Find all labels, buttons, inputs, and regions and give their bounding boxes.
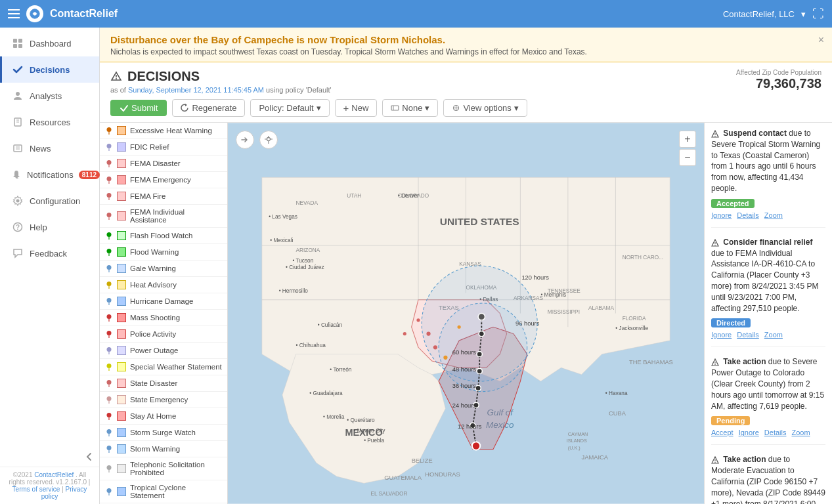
decision-link-zoom[interactable]: Zoom bbox=[791, 429, 810, 436]
event-type-item[interactable]: FEMA Individual Assistance bbox=[100, 205, 227, 228]
event-type-item[interactable]: Stay At Home bbox=[100, 408, 227, 425]
svg-text:BELIZE: BELIZE bbox=[412, 457, 433, 464]
event-type-label: State Emergency bbox=[130, 396, 188, 404]
hamburger-menu[interactable] bbox=[8, 9, 20, 18]
svg-point-145 bbox=[479, 331, 484, 336]
event-pin-icon bbox=[105, 297, 113, 305]
zoom-in-button[interactable]: + bbox=[679, 131, 696, 148]
banner-close-button[interactable]: × bbox=[818, 34, 824, 46]
event-type-label: FEMA Disaster bbox=[130, 159, 181, 167]
sidebar-item-feedback[interactable]: Feedback bbox=[0, 240, 99, 266]
event-type-item[interactable]: FEMA Disaster bbox=[100, 156, 227, 172]
main-content: Disturbance over the Bay of Campeche is … bbox=[100, 28, 832, 504]
sidebar-item-dashboard[interactable]: Dashboard bbox=[0, 30, 99, 56]
decision-link-ignore[interactable]: Ignore bbox=[711, 211, 732, 219]
event-pin-icon bbox=[105, 379, 113, 387]
event-type-item[interactable]: Flood Warning bbox=[100, 244, 227, 261]
event-type-item[interactable]: Mass Shooting bbox=[100, 310, 227, 326]
svg-point-155 bbox=[458, 326, 461, 329]
event-type-item[interactable]: Police Activity bbox=[100, 326, 227, 343]
newspaper-icon bbox=[11, 142, 24, 155]
decision-link-details[interactable]: Details bbox=[737, 331, 759, 339]
svg-text:?: ? bbox=[16, 224, 20, 231]
map-area[interactable]: Gulf of Mexico UNITED STATES MEXICO NEVA… bbox=[228, 123, 704, 504]
decision-link-accept[interactable]: Accept bbox=[711, 429, 733, 436]
sidebar-item-notifications[interactable]: Notifications 8112 bbox=[0, 161, 99, 188]
book-icon bbox=[11, 116, 24, 129]
event-type-label: State Disaster bbox=[130, 379, 177, 387]
company-dropdown[interactable]: ▾ bbox=[801, 9, 806, 19]
event-type-label: Tropical Cyclone Statement bbox=[130, 484, 222, 499]
event-color-swatch bbox=[117, 411, 126, 421]
decision-link-details[interactable]: Details bbox=[737, 211, 759, 219]
decision-link-ignore[interactable]: Ignore bbox=[711, 331, 732, 339]
event-type-item[interactable]: Special Weather Statement bbox=[100, 359, 227, 375]
affected-population-label: Affected Zip Code Population bbox=[736, 69, 821, 76]
svg-point-157 bbox=[403, 332, 406, 335]
event-type-item[interactable]: Gale Warning bbox=[100, 261, 227, 277]
decisions-title: DECISIONS bbox=[110, 69, 332, 84]
header-right: ContactRelief, LLC ▾ ⛶ bbox=[723, 7, 824, 21]
sidebar-item-configuration[interactable]: Configuration bbox=[0, 188, 99, 214]
decision-actions: AcceptIgnoreDetailsZoom bbox=[711, 429, 825, 436]
sidebar-item-analysts[interactable]: Analysts bbox=[0, 83, 99, 109]
svg-point-28 bbox=[107, 160, 112, 165]
event-type-item[interactable]: State Disaster bbox=[100, 375, 227, 392]
decision-link-zoom[interactable]: Zoom bbox=[764, 331, 783, 339]
event-type-item[interactable]: State Emergency bbox=[100, 392, 227, 408]
sidebar-label-dashboard: Dashboard bbox=[30, 39, 72, 49]
svg-point-1 bbox=[33, 12, 37, 16]
event-type-label: Hurricane Damage bbox=[130, 297, 194, 305]
expand-icon[interactable]: ⛶ bbox=[812, 7, 824, 21]
event-type-label: Telephonic Solicitation Prohibited bbox=[130, 461, 222, 476]
share-icon[interactable] bbox=[236, 131, 254, 149]
company-link[interactable]: ContactRelief bbox=[34, 471, 74, 478]
event-type-item[interactable]: Hurricane Damage bbox=[100, 293, 227, 310]
svg-point-44 bbox=[107, 298, 112, 303]
sidebar-item-decisions[interactable]: Decisions bbox=[0, 56, 99, 83]
svg-rect-3 bbox=[18, 39, 22, 43]
event-pin-icon bbox=[105, 232, 113, 240]
event-type-item[interactable]: FEMA Fire bbox=[100, 188, 227, 205]
event-type-item[interactable]: Telephonic Solicitation Prohibited bbox=[100, 457, 227, 480]
event-type-item[interactable]: FEMA Emergency bbox=[100, 172, 227, 188]
zoom-out-button[interactable]: − bbox=[679, 149, 696, 166]
policy-dropdown[interactable]: Policy: Default ▾ bbox=[250, 99, 329, 117]
event-type-item[interactable]: Tropical Cyclone Statement bbox=[100, 480, 227, 503]
svg-point-166 bbox=[714, 462, 715, 463]
sidebar-item-resources[interactable]: Resources bbox=[0, 109, 99, 135]
none-dropdown[interactable]: None ▾ bbox=[382, 99, 438, 117]
event-type-item[interactable]: Heat Advisory bbox=[100, 277, 227, 293]
event-type-label: FEMA Emergency bbox=[130, 176, 191, 184]
decision-link-details[interactable]: Details bbox=[764, 429, 787, 436]
event-type-item[interactable]: Flash Flood Watch bbox=[100, 228, 227, 244]
event-type-item[interactable]: Excessive Heat Warning bbox=[100, 123, 227, 139]
new-button[interactable]: + New bbox=[335, 99, 378, 117]
sidebar-item-news[interactable]: News bbox=[0, 135, 99, 161]
svg-text:• Ciudad Juárez: • Ciudad Juárez bbox=[286, 264, 324, 270]
decision-link-zoom[interactable]: Zoom bbox=[764, 211, 783, 219]
event-type-item[interactable]: Storm Warning bbox=[100, 441, 227, 457]
question-icon: ? bbox=[11, 220, 24, 234]
event-type-item[interactable]: FDIC Relief bbox=[100, 139, 227, 156]
regenerate-button[interactable]: Regenerate bbox=[172, 99, 245, 117]
event-pin-icon bbox=[105, 314, 113, 322]
event-type-item[interactable]: Storm Surge Watch bbox=[100, 425, 227, 441]
terms-link[interactable]: Terms of service bbox=[12, 486, 60, 493]
view-options-dropdown[interactable]: View options ▾ bbox=[443, 99, 527, 117]
sidebar-label-notifications: Notifications bbox=[27, 170, 74, 180]
location-icon[interactable] bbox=[259, 131, 278, 149]
svg-point-46 bbox=[107, 314, 112, 319]
event-pin-icon bbox=[105, 176, 113, 184]
submit-button[interactable]: Submit bbox=[110, 100, 167, 116]
sidebar-item-help[interactable]: ? Help bbox=[0, 214, 99, 240]
event-type-item[interactable]: Power Outage bbox=[100, 343, 227, 359]
event-color-swatch bbox=[117, 346, 126, 355]
decision-link-ignore[interactable]: Ignore bbox=[739, 429, 759, 436]
checkmark-icon bbox=[11, 63, 24, 76]
svg-point-160 bbox=[714, 136, 715, 136]
decision-card-text: Suspend contact due to Severe Tropical S… bbox=[711, 128, 825, 194]
sidebar-collapse-button[interactable] bbox=[0, 447, 99, 467]
svg-point-40 bbox=[107, 265, 112, 270]
svg-point-24 bbox=[107, 127, 112, 132]
